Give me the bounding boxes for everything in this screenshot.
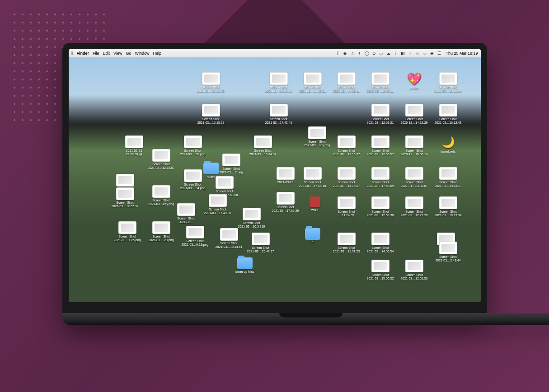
desktop-icon-i53[interactable]: Screen Shot2021-03…2.48.44 (432, 242, 464, 262)
desktop-icon-i56[interactable]: Screen Shot2021-03…12.51.56 (399, 260, 430, 280)
desktop-icon-sublabel: 2021-03…15.50.52 (365, 277, 396, 280)
desktop-icon-i48[interactable]: Screen Shot2021-03…15.48.37 (245, 233, 277, 253)
desktop-icon-sublabel: 2021-03….23.png (145, 238, 177, 242)
desktop-icon-sublabel: 2021-03…11.31.53 (331, 250, 362, 253)
desktop-icon-i40[interactable]: Screen Shot2021-03…12.21.28 (399, 196, 430, 217)
desktop-icon-i18[interactable]: Screen Shot2021-03…12.55.57 (365, 135, 396, 156)
desktop-icon-i6[interactable]: 💖photos (399, 72, 430, 90)
file-thumbnail-icon (371, 233, 389, 245)
menubar-item-file[interactable]: File (93, 51, 99, 56)
desktop-icon-i43[interactable]: Screen Shot2021-03…10.5.819 (236, 208, 267, 229)
desktop-icon-i12[interactable]: Screen Shot2021-03…16.12.48 (432, 104, 464, 125)
menubar-item-go[interactable]: Go (126, 51, 131, 56)
desktop-icon-i19[interactable]: Screen Shot2020-12…18.06.14 (399, 135, 430, 156)
file-thumbnail-icon (252, 233, 270, 245)
desktop-icon-label: Screen Shot (177, 183, 209, 187)
apple-menu-icon[interactable]:  (71, 51, 73, 56)
desktop-icon-i39[interactable]: Screen Shot2021-03…12.58.38 (365, 196, 396, 217)
desktop-icon-i21[interactable]: Screen Shot2021-03…12.18.07 (145, 149, 177, 170)
desktop-icon-label: Screen Shot (145, 163, 177, 166)
desktop-icon-i20[interactable]: 🌙downloads (432, 135, 464, 154)
menubar-item-edit[interactable]: Edit (103, 51, 110, 56)
desktop-icon-i33[interactable]: Screen Shot2021-03…12.57.37 (109, 187, 141, 208)
menubar-item-help[interactable]: Help (153, 51, 161, 56)
desktop-icon-i4[interactable]: Screen Shot2021-03…17.38.09 (331, 72, 362, 93)
desktop-icon-i45[interactable]: Screen Shot2021-03….23.png (145, 221, 177, 242)
file-thumbnail-icon (439, 242, 457, 254)
desktop-icon-i37[interactable]: work (299, 196, 331, 212)
headphones-icon[interactable]: ♫ (350, 51, 355, 56)
user-icon[interactable]: ☺ (415, 51, 420, 56)
desktop-icon-i15[interactable]: Screen Shot2021-03…19.34.07 (247, 135, 279, 156)
desktop-icon-sublabel: 2021-03…17.46.18 (297, 184, 328, 188)
file-thumbnail-icon (439, 167, 457, 180)
desktop-icon-label: Screen Shot (331, 86, 362, 89)
desktop-icon-label: Screen Shot (170, 217, 202, 220)
desktop-icon-i26[interactable]: Screen Shot2021-03…11.16.07 (331, 167, 362, 188)
desktop-icon-i1[interactable]: Screen Shot2021-03…15.11.20 (195, 72, 227, 93)
siri-icon[interactable]: ◉ (429, 51, 434, 56)
telegram-icon[interactable]: ✈ (357, 51, 362, 56)
desktop-icon-i28[interactable]: Screen Shot2021-01…23.33.07 (399, 167, 430, 188)
control-center-icon[interactable]: ☰ (436, 51, 441, 56)
desktop-icon-sublabel: 2021-03…12.57.37 (109, 205, 141, 208)
status-icon[interactable]: ◆ (343, 51, 347, 56)
menubar-app-name[interactable]: Finder (77, 51, 89, 56)
desktop-icon-i16[interactable]: Screen Shot2021-03…opy.png (301, 126, 333, 147)
desktop-icon-i38[interactable]: Screen Shot…11.24.05 (331, 196, 362, 217)
desktop-icon-i50[interactable]: Screen Shot2021-03…11.31.53 (331, 233, 362, 253)
desktop-icon-sublabel: 2021-03…17.59.09 (365, 184, 396, 188)
desktop-icon-label: Screen Shot (202, 208, 234, 211)
bluetooth2-icon[interactable]: ᛒ (393, 51, 398, 56)
flag-icon[interactable]: ▭ (379, 51, 384, 56)
desktop-icon-label: Screen Shot (365, 149, 396, 153)
search-icon[interactable]: ⌕ (422, 51, 427, 56)
desktop-icon-i47[interactable]: Screen Shot2021-03…18.14.51 (213, 228, 245, 249)
menubar-clock[interactable]: Thu 25 Mar 18:19 (446, 51, 478, 56)
desktop-icon-i29[interactable]: Screen Shot2021-03…18.13.13 (432, 167, 464, 188)
desktop-icon-i9[interactable]: Screen Shot2021-03…17.43.45 (263, 104, 295, 125)
desktop-icon-sublabel: 2021-03…12.18.07 (145, 166, 177, 170)
desktop-icon-i2[interactable]: Screen Shot2021-03…09.52.13 (263, 72, 295, 93)
file-thumbnail-icon (220, 228, 238, 241)
desktop-icon-i51[interactable]: Screen Shot2021-03…14.50.54 (365, 233, 396, 253)
desktop-icon-i49[interactable]: fl (297, 228, 328, 244)
desktop-icon-i36[interactable]: Screen Shot2021-03…17.55.29 (270, 192, 301, 213)
menubar-item-window[interactable]: Window (135, 51, 149, 56)
wifi-icon[interactable]: ⌔ (408, 51, 413, 56)
desktop-icon-i25[interactable]: Screen Shot2021-03…17.46.18 (297, 167, 328, 188)
desktop-icon-i27[interactable]: Screen Shot2021-03…17.59.09 (365, 167, 396, 188)
desktop-icon-i3[interactable]: Screenshot2020-03…14.13.08 (297, 72, 328, 93)
menubar-item-view[interactable]: View (113, 51, 122, 56)
desktop-icon-i14[interactable]: Screen Shot2021-03….09.png (177, 135, 209, 156)
desktop-icon-sublabel: 2021-03….2.png (216, 171, 247, 174)
desktop-area[interactable]: Screen Shot2021-03…15.11.20Screen Shot20… (69, 57, 481, 302)
desktop-icon-i8[interactable]: Screen Shot2021-03…15.15.39 (195, 104, 227, 125)
bluetooth-icon[interactable]: ᛒ (335, 51, 340, 56)
desktop-icon-i17[interactable]: Screen Shot2021-03…11.15.37 (331, 135, 362, 156)
desktop-icon-sublabel: 2021-03…12.53.51 (365, 121, 396, 125)
desktop-icon-label: downloads (432, 150, 464, 154)
file-thumbnail-icon (116, 187, 134, 200)
file-thumbnail-icon (216, 176, 234, 189)
desktop-icon-i31[interactable]: Screen Shot2021-03….34.png (177, 169, 209, 190)
record-icon[interactable]: ⊙ (371, 51, 376, 56)
desktop-icon-i54[interactable]: clean up Mac (229, 257, 261, 274)
desktop-icon-i7[interactable]: Screen Shot2021-03…18.18.35 (432, 72, 464, 93)
heart-icon: 💖 (408, 72, 421, 86)
desktop-icon-i10[interactable]: Screen Shot2021-03…12.53.51 (365, 104, 396, 125)
desktop-icon-i41[interactable]: Screen Shot2021-03…18.13.34 (432, 196, 464, 217)
desktop-icon-i46[interactable]: Screen Shot2021-03…9.19.png (179, 226, 211, 247)
desktop-icon-label: Screen Shot (432, 181, 464, 184)
desktop-icon-i35[interactable]: Screen Shot2021-03…17.48.36 (202, 194, 234, 215)
cloud-icon[interactable]: ☁ (386, 51, 391, 56)
file-thumbnail-icon (116, 174, 134, 187)
app-icon[interactable]: ◯ (364, 51, 369, 56)
battery-icon[interactable]: ▮▯ (400, 51, 405, 56)
desktop-icon-i55[interactable]: Screen Shot2021-03…15.50.52 (365, 260, 396, 280)
desktop-icon-i11[interactable]: Screen Shot2020-12…14.32.29 (399, 104, 430, 125)
desktop-icon-i23[interactable]: Screen Shot2021-03….2.png (216, 154, 247, 174)
desktop-icon-i5[interactable]: Screen Shot2021-03…12.53.30 (365, 72, 396, 93)
desktop-icon-i44[interactable]: Screen Shot2021-03…7.25.png (112, 221, 143, 242)
desktop-icon-sublabel: 2021-03…11.16.07 (331, 184, 362, 188)
